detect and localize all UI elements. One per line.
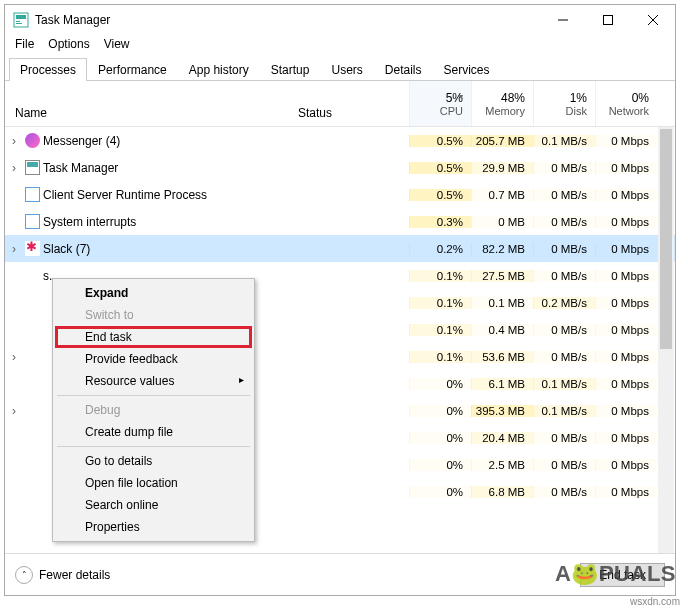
network-cell: 0 Mbps xyxy=(595,135,657,147)
memory-cell: 29.9 MB xyxy=(471,162,533,174)
memory-cell: 205.7 MB xyxy=(471,135,533,147)
header-network[interactable]: 0% Network xyxy=(595,81,657,126)
disk-cell: 0.2 MB/s xyxy=(533,297,595,309)
cpu-cell: 0% xyxy=(409,459,471,471)
process-icon xyxy=(23,133,41,148)
context-menu: ExpandSwitch toEnd taskProvide feedbackR… xyxy=(52,278,255,542)
window-title: Task Manager xyxy=(35,13,540,27)
expand-icon[interactable]: › xyxy=(5,134,23,148)
app-icon xyxy=(13,12,29,28)
cpu-cell: 0.5% xyxy=(409,189,471,201)
network-cell: 0 Mbps xyxy=(595,324,657,336)
tab-users[interactable]: Users xyxy=(320,58,373,81)
cpu-cell: 0% xyxy=(409,486,471,498)
expand-icon[interactable]: › xyxy=(5,161,23,175)
disk-cell: 0 MB/s xyxy=(533,162,595,174)
tab-services[interactable]: Services xyxy=(433,58,501,81)
cpu-cell: 0.1% xyxy=(409,297,471,309)
network-cell: 0 Mbps xyxy=(595,432,657,444)
memory-cell: 0 MB xyxy=(471,216,533,228)
minimize-button[interactable] xyxy=(540,5,585,35)
disk-cell: 0.1 MB/s xyxy=(533,405,595,417)
titlebar: Task Manager xyxy=(5,5,675,35)
memory-cell: 82.2 MB xyxy=(471,243,533,255)
column-headers: Name Status ▾ 5% CPU 48% Memory 1% Disk … xyxy=(5,81,675,127)
expand-icon[interactable]: › xyxy=(5,350,23,364)
process-name: Slack (7) xyxy=(41,242,294,256)
tab-processes[interactable]: Processes xyxy=(9,58,87,81)
table-row[interactable]: › Slack (7) 0.2% 82.2 MB 0 MB/s 0 Mbps xyxy=(5,235,675,262)
process-name: Messenger (4) xyxy=(41,134,294,148)
disk-cell: 0.1 MB/s xyxy=(533,378,595,390)
table-row[interactable]: › Task Manager 0.5% 29.9 MB 0 MB/s 0 Mbp… xyxy=(5,154,675,181)
memory-cell: 2.5 MB xyxy=(471,459,533,471)
network-cell: 0 Mbps xyxy=(595,459,657,471)
scrollbar-thumb[interactable] xyxy=(660,129,672,349)
close-button[interactable] xyxy=(630,5,675,35)
cpu-cell: 0% xyxy=(409,405,471,417)
menu-view[interactable]: View xyxy=(104,37,130,51)
menu-item-search-online[interactable]: Search online xyxy=(55,494,252,516)
network-cell: 0 Mbps xyxy=(595,405,657,417)
tab-app-history[interactable]: App history xyxy=(178,58,260,81)
process-icon xyxy=(23,160,41,175)
menu-file[interactable]: File xyxy=(15,37,34,51)
menu-item-create-dump-file[interactable]: Create dump file xyxy=(55,421,252,443)
memory-cell: 20.4 MB xyxy=(471,432,533,444)
chevron-up-icon: ˄ xyxy=(15,566,33,584)
menu-item-debug: Debug xyxy=(55,399,252,421)
header-cpu[interactable]: ▾ 5% CPU xyxy=(409,81,471,126)
tab-performance[interactable]: Performance xyxy=(87,58,178,81)
expand-icon[interactable]: › xyxy=(5,242,23,256)
disk-cell: 0.1 MB/s xyxy=(533,135,595,147)
cpu-cell: 0% xyxy=(409,378,471,390)
menu-options[interactable]: Options xyxy=(48,37,89,51)
menu-item-properties[interactable]: Properties xyxy=(55,516,252,538)
expand-icon[interactable]: › xyxy=(5,404,23,418)
fewer-details-toggle[interactable]: ˄ Fewer details xyxy=(15,566,580,584)
disk-cell: 0 MB/s xyxy=(533,486,595,498)
header-name[interactable]: Name xyxy=(5,81,294,126)
header-memory[interactable]: 48% Memory xyxy=(471,81,533,126)
maximize-button[interactable] xyxy=(585,5,630,35)
menu-item-expand[interactable]: Expand xyxy=(55,282,252,304)
cpu-cell: 0.1% xyxy=(409,324,471,336)
memory-cell: 0.7 MB xyxy=(471,189,533,201)
header-disk[interactable]: 1% Disk xyxy=(533,81,595,126)
svg-rect-5 xyxy=(603,16,612,25)
table-row[interactable]: › Messenger (4) 0.5% 205.7 MB 0.1 MB/s 0… xyxy=(5,127,675,154)
memory-cell: 395.3 MB xyxy=(471,405,533,417)
menu-separator xyxy=(57,395,250,396)
table-row[interactable]: Client Server Runtime Process 0.5% 0.7 M… xyxy=(5,181,675,208)
process-name: System interrupts xyxy=(41,215,294,229)
header-status[interactable]: Status xyxy=(294,81,409,126)
tab-startup[interactable]: Startup xyxy=(260,58,321,81)
tab-details[interactable]: Details xyxy=(374,58,433,81)
svg-rect-3 xyxy=(16,23,22,24)
disk-cell: 0 MB/s xyxy=(533,216,595,228)
cpu-cell: 0.5% xyxy=(409,162,471,174)
network-cell: 0 Mbps xyxy=(595,297,657,309)
vertical-scrollbar[interactable] xyxy=(658,127,674,553)
cpu-cell: 0.1% xyxy=(409,270,471,282)
menu-item-provide-feedback[interactable]: Provide feedback xyxy=(55,348,252,370)
menubar: File Options View xyxy=(5,35,675,57)
disk-cell: 0 MB/s xyxy=(533,351,595,363)
network-cell: 0 Mbps xyxy=(595,270,657,282)
disk-cell: 0 MB/s xyxy=(533,270,595,282)
cpu-cell: 0.2% xyxy=(409,243,471,255)
process-icon xyxy=(23,187,41,202)
network-cell: 0 Mbps xyxy=(595,486,657,498)
network-cell: 0 Mbps xyxy=(595,243,657,255)
menu-item-go-to-details[interactable]: Go to details xyxy=(55,450,252,472)
menu-item-resource-values[interactable]: Resource values▸ xyxy=(55,370,252,392)
table-row[interactable]: System interrupts 0.3% 0 MB 0 MB/s 0 Mbp… xyxy=(5,208,675,235)
menu-item-open-file-location[interactable]: Open file location xyxy=(55,472,252,494)
menu-item-end-task[interactable]: End task xyxy=(55,326,252,348)
memory-cell: 0.1 MB xyxy=(471,297,533,309)
watermark: A🐸PUALS xyxy=(555,561,676,587)
network-cell: 0 Mbps xyxy=(595,189,657,201)
tab-strip: Processes Performance App history Startu… xyxy=(5,57,675,81)
disk-cell: 0 MB/s xyxy=(533,432,595,444)
chevron-right-icon: ▸ xyxy=(239,374,244,385)
